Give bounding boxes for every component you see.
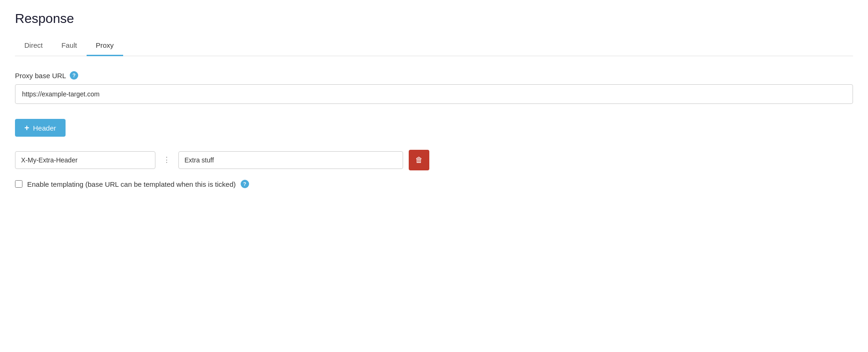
tab-direct[interactable]: Direct [15,36,52,56]
header-row-0: ⋮ 🗑 [15,150,853,170]
proxy-url-section: Proxy base URL ? [15,71,853,104]
templating-help-icon[interactable]: ? [241,180,249,188]
tab-proxy[interactable]: Proxy [87,36,123,56]
proxy-url-input[interactable] [15,84,853,104]
page-title: Response [15,11,853,26]
tab-fault[interactable]: Fault [52,36,86,56]
header-value-input-0[interactable] [178,151,403,169]
header-name-input-0[interactable] [15,151,155,169]
drag-handle-icon[interactable]: ⋮ [161,156,173,164]
trash-icon: 🗑 [415,156,423,164]
add-header-label: Header [33,124,56,132]
tabs-container: Direct Fault Proxy [15,36,853,56]
proxy-base-url-label: Proxy base URL [15,72,66,80]
templating-label[interactable]: Enable templating (base URL can be templ… [27,180,236,188]
enable-templating-checkbox[interactable] [15,180,22,188]
delete-header-button-0[interactable]: 🗑 [409,150,429,170]
templating-row: Enable templating (base URL can be templ… [15,180,853,188]
add-header-button[interactable]: + Header [15,119,66,137]
plus-icon: + [24,124,29,132]
proxy-url-help-icon[interactable]: ? [70,71,78,80]
url-field-label: Proxy base URL ? [15,71,853,80]
